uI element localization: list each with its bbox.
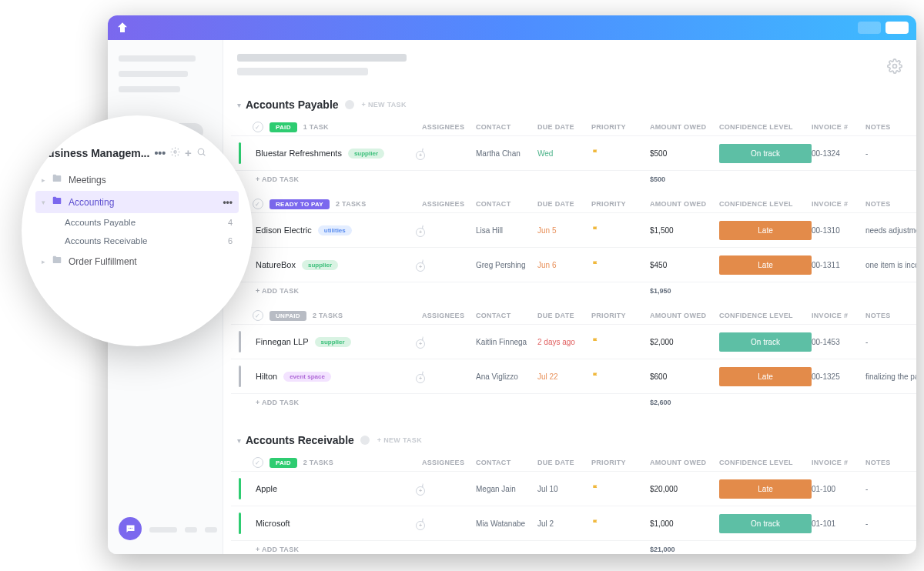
contact-cell[interactable]: Mia Watanabe [476,519,537,528]
amount-cell[interactable]: $450 [650,261,719,269]
amount-cell[interactable]: $2,000 [650,338,719,346]
search-icon[interactable] [196,147,206,159]
amount-cell[interactable]: $1,000 [650,519,719,528]
assignee-avatar-icon[interactable] [422,225,424,235]
task-name[interactable]: Edison Electricutilities [253,225,422,235]
priority-flag-icon[interactable] [591,337,650,347]
status-pill[interactable]: PAID [270,458,297,468]
assignee-cell[interactable] [422,372,476,381]
sidebar-item-accounting[interactable]: ▾ Accounting ••• [35,191,239,213]
add-task-row[interactable]: + ADD TASK $1,950 [231,282,916,299]
task-name[interactable]: NatureBoxsupplier [253,260,422,270]
priority-flag-icon[interactable] [591,260,650,270]
task-row[interactable]: Hiltonevent space Ana Viglizzo Jul 22 $6… [231,359,916,393]
confidence-cell[interactable]: Late [719,479,812,499]
assignee-avatar-icon[interactable] [422,259,424,270]
collapse-icon[interactable]: ▾ [237,101,241,109]
notes-cell[interactable]: - [865,149,916,158]
confidence-cell[interactable]: Late [719,367,812,386]
list-title[interactable]: Accounts Payable [246,99,339,111]
task-tag[interactable]: supplier [348,149,384,159]
due-date-cell[interactable]: Jun 6 [537,261,591,269]
assignee-cell[interactable] [422,260,476,269]
topbar-button-2[interactable] [886,22,909,34]
due-date-cell[interactable]: Jul 10 [537,485,591,493]
contact-cell[interactable]: Martha Chan [476,149,537,158]
contact-cell[interactable]: Kaitlin Finnega [476,338,537,346]
info-icon[interactable] [360,436,370,445]
priority-flag-icon[interactable] [591,372,650,382]
confidence-cell[interactable]: On track [719,144,812,163]
due-date-cell[interactable]: Jul 22 [537,372,591,381]
assignee-cell[interactable] [422,225,476,235]
priority-flag-icon[interactable] [591,519,650,529]
space-header[interactable]: Business Managem... ••• + [35,146,239,159]
assignee-cell[interactable] [422,337,476,346]
task-name[interactable]: Apple [253,484,422,493]
invoice-cell[interactable]: 00-1310 [812,226,865,235]
confidence-cell[interactable]: On track [719,514,812,533]
add-task-label[interactable]: + ADD TASK [253,287,422,295]
notes-cell[interactable]: one item is inco [865,261,916,269]
task-tag[interactable]: supplier [315,337,351,347]
notes-cell[interactable]: - [865,485,916,493]
status-circle-icon[interactable] [253,199,263,209]
task-row[interactable]: Apple Megan Jain Jul 10 $20,000 Late 01-… [231,471,916,506]
add-task-row[interactable]: + ADD TASK $2,600 [231,393,916,411]
settings-icon[interactable] [170,147,180,159]
sidebar-sublist-payable[interactable]: Accounts Payable 4 [35,213,239,232]
add-task-label[interactable]: + ADD TASK [253,546,422,553]
assignee-avatar-icon[interactable] [422,148,424,159]
contact-cell[interactable]: Greg Pershing [476,261,537,269]
amount-cell[interactable]: $20,000 [650,485,719,493]
add-task-row[interactable]: + ADD TASK $500 [231,170,916,188]
task-tag[interactable]: event space [283,372,331,382]
assignee-cell[interactable] [422,484,476,493]
due-date-cell[interactable]: Wed [537,149,591,158]
topbar-button-1[interactable] [858,22,881,34]
settings-icon[interactable] [887,58,902,77]
notes-cell[interactable]: finalizing the pa [865,372,916,381]
confidence-cell[interactable]: On track [719,332,812,352]
invoice-cell[interactable]: 00-1325 [812,372,865,381]
contact-cell[interactable]: Megan Jain [476,485,537,493]
notes-cell[interactable]: - [865,519,916,528]
invoice-cell[interactable]: 01-100 [812,485,865,493]
amount-cell[interactable]: $500 [650,149,719,158]
invoice-cell[interactable]: 01-101 [812,519,865,528]
status-pill[interactable]: READY TO PAY [270,199,330,209]
sidebar-item-fulfillment[interactable]: ▸ Order Fulfillment [35,250,239,272]
due-date-cell[interactable]: 2 days ago [537,338,591,346]
sidebar-item-meetings[interactable]: ▸ Meetings [35,169,239,191]
collapse-icon[interactable]: ▾ [237,436,241,445]
chat-fab[interactable] [119,517,142,540]
assignee-avatar-icon[interactable] [422,518,424,529]
sidebar-sublist-receivable[interactable]: Accounts Receivable 6 [35,232,239,250]
notes-cell[interactable]: needs adjustme [865,226,916,235]
contact-cell[interactable]: Lisa Hill [476,226,537,235]
assignee-avatar-icon[interactable] [422,336,424,347]
assignee-avatar-icon[interactable] [422,371,424,382]
add-task-label[interactable]: + ADD TASK [253,399,422,406]
plus-icon[interactable]: + [185,146,192,159]
status-pill[interactable]: UNPAID [270,311,306,321]
task-tag[interactable]: utilities [318,225,352,235]
add-task-label[interactable]: + ADD TASK [253,175,422,183]
amount-cell[interactable]: $1,500 [650,226,719,235]
status-circle-icon[interactable] [253,310,263,321]
task-name[interactable]: Hiltonevent space [253,372,422,382]
status-circle-icon[interactable] [253,122,263,132]
assignee-avatar-icon[interactable] [422,483,424,494]
task-name[interactable]: Bluestar Refreshmentssupplier [253,149,422,159]
new-task-button[interactable]: + NEW TASK [362,101,407,109]
confidence-cell[interactable]: Late [719,255,812,275]
task-name[interactable]: Finnegan LLPsupplier [253,337,422,347]
due-date-cell[interactable]: Jul 2 [537,519,591,528]
task-row[interactable]: Bluestar Refreshmentssupplier Martha Cha… [231,135,916,170]
invoice-cell[interactable]: 00-1324 [812,149,865,158]
task-row[interactable]: Finnegan LLPsupplier Kaitlin Finnega 2 d… [231,324,916,359]
status-circle-icon[interactable] [253,457,263,468]
due-date-cell[interactable]: Jun 5 [537,226,591,235]
assignee-cell[interactable] [422,519,476,528]
amount-cell[interactable]: $600 [650,372,719,381]
